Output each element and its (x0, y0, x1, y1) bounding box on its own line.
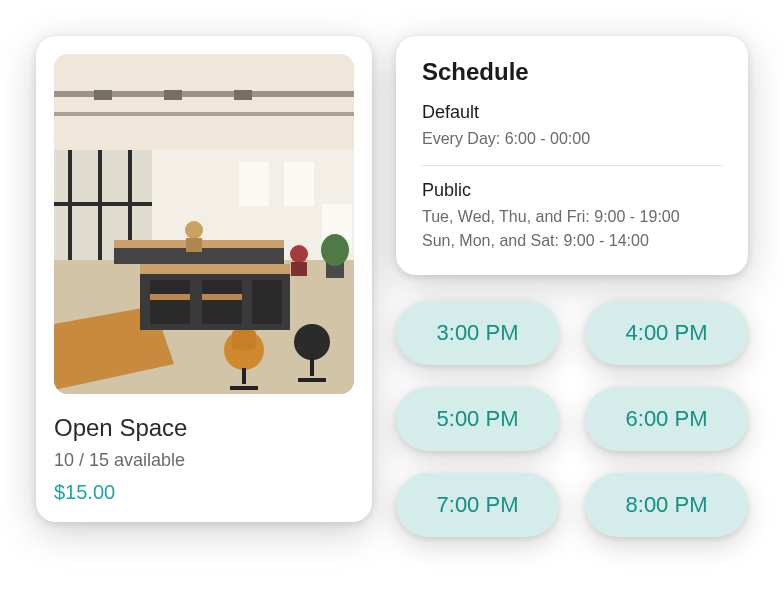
schedule-section-label: Default (422, 102, 722, 123)
time-slot-button[interactable]: 7:00 PM (396, 473, 559, 537)
divider (422, 165, 722, 166)
schedule-line: Sun, Mon, and Sat: 9:00 - 14:00 (422, 229, 722, 253)
time-slot-button[interactable]: 5:00 PM (396, 387, 559, 451)
svg-rect-20 (150, 280, 190, 324)
schedule-section-public: Public Tue, Wed, Thu, and Fri: 9:00 - 19… (422, 180, 722, 253)
time-slot-grid: 3:00 PM 4:00 PM 5:00 PM 6:00 PM 7:00 PM … (396, 301, 748, 537)
svg-rect-12 (239, 162, 269, 206)
space-availability: 10 / 15 available (54, 450, 354, 471)
svg-rect-24 (202, 294, 242, 300)
svg-rect-4 (164, 90, 182, 100)
svg-rect-22 (252, 280, 282, 324)
svg-rect-18 (140, 264, 290, 274)
svg-rect-30 (291, 262, 307, 276)
svg-rect-0 (54, 54, 354, 150)
space-card[interactable]: Open Space 10 / 15 available $15.00 (36, 36, 372, 522)
time-slot-button[interactable]: 8:00 PM (585, 473, 748, 537)
svg-point-35 (294, 324, 330, 360)
svg-point-39 (321, 234, 349, 266)
svg-rect-13 (284, 162, 314, 206)
svg-rect-3 (94, 90, 112, 100)
space-title: Open Space (54, 414, 354, 442)
svg-rect-5 (234, 90, 252, 100)
time-slot-button[interactable]: 6:00 PM (585, 387, 748, 451)
svg-rect-28 (186, 238, 202, 252)
svg-rect-32 (232, 330, 256, 350)
space-image (54, 54, 354, 394)
schedule-heading: Schedule (422, 58, 722, 86)
space-price: $15.00 (54, 481, 354, 504)
time-slot-button[interactable]: 3:00 PM (396, 301, 559, 365)
svg-rect-21 (202, 280, 242, 324)
time-slot-button[interactable]: 4:00 PM (585, 301, 748, 365)
schedule-card: Schedule Default Every Day: 6:00 - 00:00… (396, 36, 748, 275)
schedule-line: Tue, Wed, Thu, and Fri: 9:00 - 19:00 (422, 205, 722, 229)
svg-rect-23 (150, 294, 190, 300)
schedule-section-default: Default Every Day: 6:00 - 00:00 (422, 102, 722, 151)
svg-point-29 (290, 245, 308, 263)
svg-point-27 (185, 221, 203, 239)
schedule-section-label: Public (422, 180, 722, 201)
schedule-line: Every Day: 6:00 - 00:00 (422, 127, 722, 151)
